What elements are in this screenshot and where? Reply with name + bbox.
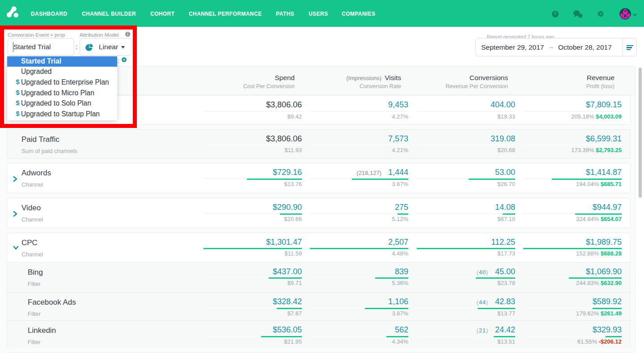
svg-text:?: ? — [554, 12, 556, 17]
